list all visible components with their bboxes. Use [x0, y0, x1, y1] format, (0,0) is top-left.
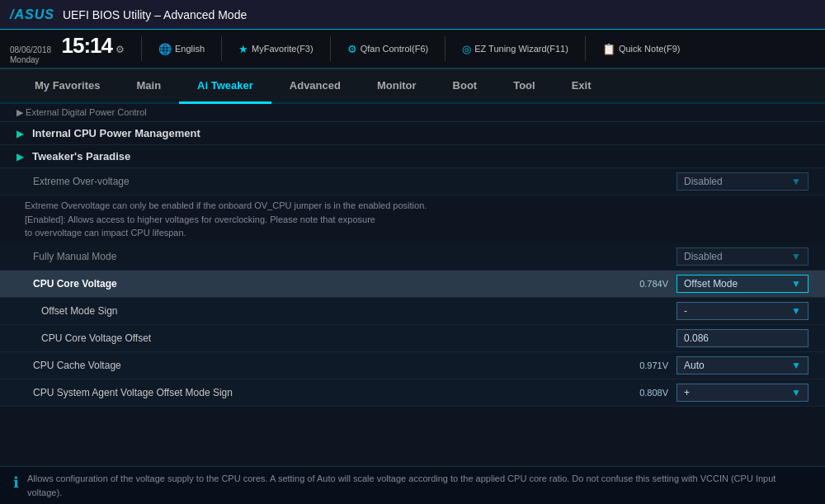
cpu-cache-voltage-label: CPU Cache Voltage [25, 360, 639, 371]
tab-exit[interactable]: Exit [554, 69, 610, 104]
info-icon: ℹ [13, 473, 19, 492]
divider [221, 36, 222, 61]
extreme-overvoltage-dropdown[interactable]: Disabled ▼ [676, 172, 808, 191]
arrow-right-icon: ▶ [16, 128, 24, 139]
section-header-partial: ▶ External Digital Power Control [0, 104, 825, 122]
cpu-core-voltage-label: CPU Core Voltage [25, 278, 639, 290]
offset-mode-sign-row[interactable]: Offset Mode Sign - ▼ [0, 298, 825, 325]
cpu-system-agent-dropdown[interactable]: + ▼ [676, 384, 808, 402]
chevron-down-icon: ▼ [791, 176, 801, 187]
tab-my-favorites[interactable]: My Favorites [16, 69, 118, 104]
qfan-button[interactable]: ⚙ Qfan Control(F6) [347, 43, 429, 55]
tab-tool[interactable]: Tool [495, 69, 553, 104]
time-display: 15:14 [62, 33, 113, 59]
datetime-block: 08/06/2018 Monday 15:14 ⚙ [10, 33, 125, 65]
section-internal-cpu[interactable]: ▶ Internal CPU Power Management [0, 122, 825, 145]
tab-monitor[interactable]: Monitor [359, 69, 435, 104]
section-tweakers-paradise[interactable]: ▶ Tweaker's Paradise [0, 145, 825, 168]
cpu-cache-voltage-row[interactable]: CPU Cache Voltage 0.971V Auto ▼ [0, 352, 825, 379]
divider [585, 36, 586, 61]
cpu-system-agent-label: CPU System Agent Voltage Offset Mode Sig… [25, 387, 639, 398]
tab-main[interactable]: Main [118, 69, 179, 104]
cpu-core-voltage-offset-input[interactable]: 0.086 [676, 329, 808, 347]
offset-mode-sign-dropdown[interactable]: - ▼ [676, 302, 808, 320]
section-internal-cpu-label: Internal CPU Power Management [32, 127, 200, 139]
fully-manual-mode-dropdown[interactable]: Disabled ▼ [676, 247, 808, 266]
tab-advanced[interactable]: Advanced [271, 69, 359, 104]
settings-gear-icon[interactable]: ⚙ [116, 44, 125, 55]
header-bar: /ASUS UEFI BIOS Utility – Advanced Mode [0, 0, 825, 30]
section-tweakers-paradise-label: Tweaker's Paradise [32, 150, 130, 163]
tab-ai-tweaker[interactable]: Ai Tweaker [179, 69, 271, 104]
tab-boot[interactable]: Boot [435, 69, 496, 104]
cpu-core-voltage-dropdown[interactable]: Offset Mode ▼ [676, 275, 808, 293]
star-icon: ★ [238, 43, 248, 55]
date-display: 08/06/2018 Monday [10, 45, 51, 65]
chevron-down-icon-2: ▼ [791, 251, 801, 262]
divider [141, 36, 142, 61]
cpu-cache-voltage-dropdown[interactable]: Auto ▼ [676, 356, 808, 374]
fully-manual-mode-row: Fully Manual Mode Disabled ▼ [0, 243, 825, 271]
globe-icon: 🌐 [158, 43, 172, 55]
cpu-core-voltage-reading: 0.784V [639, 279, 668, 289]
navigation-tabs: My Favorites Main Ai Tweaker Advanced Mo… [0, 69, 825, 104]
fan-icon: ⚙ [347, 43, 357, 55]
cpu-core-voltage-offset-row[interactable]: CPU Core Voltage Offset 0.086 [0, 325, 825, 352]
bios-title: UEFI BIOS Utility – Advanced Mode [63, 8, 247, 21]
bottom-info-bar: ℹ Allows configuration of the voltage su… [0, 466, 825, 504]
main-content: ▶ External Digital Power Control ▶ Inter… [0, 104, 825, 504]
extreme-overvoltage-label: Extreme Over-voltage [25, 176, 676, 187]
eztuning-button[interactable]: ◎ EZ Tuning Wizard(F11) [462, 43, 568, 55]
tuning-icon: ◎ [462, 43, 471, 55]
cpu-system-agent-reading: 0.808V [639, 388, 668, 398]
chevron-down-icon-4: ▼ [791, 305, 801, 317]
extreme-overvoltage-description: Extreme Overvoltage can only be enabled … [0, 195, 825, 243]
cpu-core-voltage-offset-label: CPU Core Voltage Offset [33, 332, 676, 344]
bottom-info-text: Allows configuration of the voltage supp… [27, 472, 812, 499]
cpu-core-voltage-row[interactable]: CPU Core Voltage 0.784V Offset Mode ▼ [0, 271, 825, 298]
arrow-right-icon-2: ▶ [16, 151, 24, 163]
extreme-overvoltage-row: Extreme Over-voltage Disabled ▼ [0, 168, 825, 195]
top-bar: 08/06/2018 Monday 15:14 ⚙ 🌐 English ★ My… [0, 30, 825, 69]
offset-mode-sign-label: Offset Mode Sign [33, 305, 676, 317]
divider [445, 36, 446, 61]
quicknote-button[interactable]: 📋 Quick Note(F9) [602, 43, 681, 55]
myfavorite-button[interactable]: ★ MyFavorite(F3) [238, 43, 314, 55]
divider [330, 36, 331, 61]
cpu-system-agent-row[interactable]: CPU System Agent Voltage Offset Mode Sig… [0, 379, 825, 407]
chevron-down-icon-6: ▼ [791, 387, 801, 398]
fully-manual-mode-label: Fully Manual Mode [25, 251, 676, 262]
asus-logo: /ASUS [10, 7, 54, 22]
chevron-down-icon-3: ▼ [791, 278, 801, 290]
language-button[interactable]: 🌐 English [158, 43, 205, 55]
chevron-down-icon-5: ▼ [791, 360, 801, 371]
cpu-cache-voltage-reading: 0.971V [639, 360, 668, 370]
note-icon: 📋 [602, 43, 615, 55]
